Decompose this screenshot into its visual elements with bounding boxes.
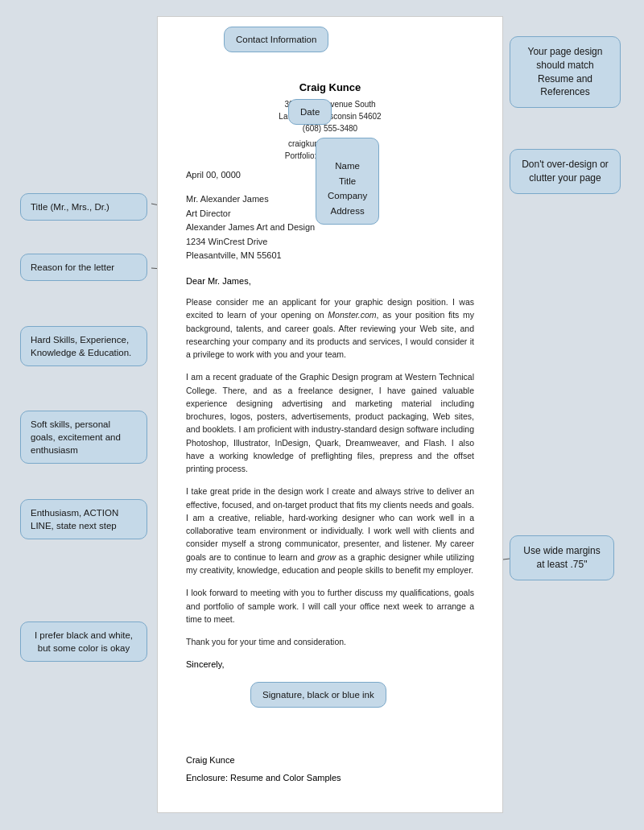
reason-annotation: Reason for the letter (20, 254, 147, 281)
salutation: Dear Mr. James, (186, 276, 474, 286)
title-annotation: Title (Mr., Mrs., Dr.) (20, 193, 147, 221)
page-container: Title (Mr., Mrs., Dr.) Reason for the le… (16, 16, 628, 813)
paragraph-2: I am a recent graduate of the Graphic De… (186, 370, 474, 475)
sender-name: Craig Kunce (266, 81, 394, 93)
letter-body: April 00, 0000 Mr. Alexander James Art D… (186, 170, 474, 783)
paragraph-3: I take great pride in the design work I … (186, 485, 474, 576)
paragraph-1: Please consider me an applicant for your… (186, 295, 474, 361)
signature-area (186, 708, 474, 752)
contact-info-box: Contact Information (224, 27, 328, 52)
date-box: Date (288, 99, 332, 125)
enclosure: Enclosure: Resume and Color Samples (186, 773, 474, 783)
letter-page: Contact Information Date Name Title Comp… (157, 16, 503, 813)
signature-box: Signature, black or blue ink (250, 682, 386, 708)
enthusiasm-annotation: Enthusiasm, ACTION LINE, state next step (20, 499, 147, 539)
no-over-design-annotation: Don't over-design or clutter your page (510, 149, 621, 194)
preference-annotation: I prefer black and white, but some color… (20, 621, 147, 662)
closing: Sincerely, (186, 659, 474, 669)
right-annotations: Your page design should match Resume and… (503, 16, 628, 813)
skills-annotation: Hard Skills, Experience, Knowledge & Edu… (20, 326, 147, 366)
soft-skills-annotation: Soft skills, personal goals, excitement … (20, 411, 147, 464)
page-design-annotation: Your page design should match Resume and… (510, 36, 621, 108)
name-title-box: Name Title Company Address (316, 138, 379, 225)
signatory: Craig Kunce (186, 755, 474, 765)
margins-annotation: Use wide margins at least .75" (510, 535, 614, 580)
paragraph-4: I look forward to meeting with you to fu… (186, 586, 474, 626)
left-annotations: Title (Mr., Mrs., Dr.) Reason for the le… (16, 16, 157, 813)
thank-you: Thank you for your time and consideratio… (186, 635, 474, 648)
